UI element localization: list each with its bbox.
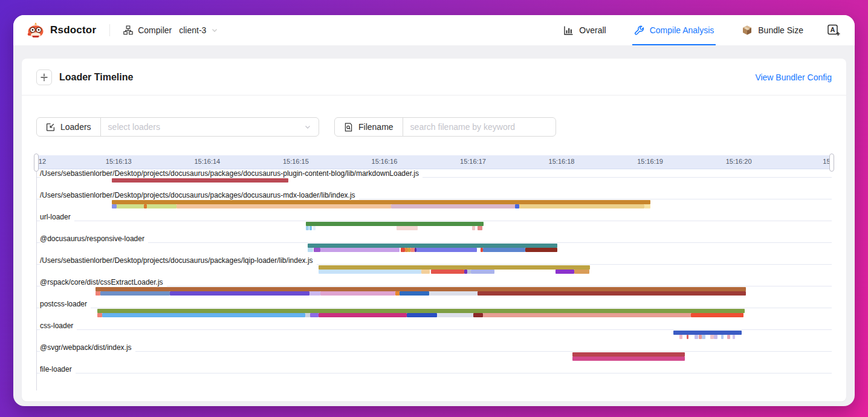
- bar-chart-icon: [563, 25, 574, 36]
- tab-compile-analysis[interactable]: Compile Analysis: [632, 15, 716, 45]
- tab-overall[interactable]: Overall: [562, 15, 607, 45]
- timeline-segment[interactable]: [572, 357, 685, 361]
- loaders-select[interactable]: [101, 118, 304, 136]
- timeline-segment[interactable]: [673, 331, 742, 335]
- timeline-segment[interactable]: [147, 204, 177, 208]
- timeline-segment[interactable]: [644, 204, 650, 208]
- timeline-rows: /Users/sebastienlorber/Desktop/projects/…: [36, 169, 832, 390]
- loaders-filter-label: Loaders: [37, 118, 101, 136]
- timeline-segment[interactable]: [305, 313, 311, 317]
- timeline-segment[interactable]: [309, 226, 312, 230]
- timeline-segment[interactable]: [310, 313, 318, 317]
- timeline-segment[interactable]: [144, 204, 146, 208]
- timeline-segment[interactable]: [319, 270, 421, 274]
- timeline-segment[interactable]: [308, 244, 557, 248]
- timeline-segment[interactable]: [416, 248, 477, 252]
- timeline-segment[interactable]: [429, 291, 478, 296]
- filename-input[interactable]: [403, 118, 555, 136]
- timeline-segment[interactable]: [472, 226, 474, 230]
- language-button[interactable]: A: [826, 22, 841, 38]
- timeline-segment[interactable]: [483, 248, 525, 252]
- timeline-lane: [37, 204, 832, 208]
- timeline-segment[interactable]: [471, 270, 495, 274]
- timeline-segment[interactable]: [733, 335, 735, 339]
- timeline-segment[interactable]: [572, 352, 685, 357]
- timeline-segment[interactable]: [405, 248, 407, 252]
- timeline-segment[interactable]: [727, 335, 730, 339]
- timeline-segment[interactable]: [525, 248, 557, 252]
- timeline-segment[interactable]: [306, 222, 484, 226]
- timeline-segment[interactable]: [395, 291, 400, 296]
- brush-handle-right[interactable]: [829, 154, 834, 172]
- timeline-segment[interactable]: [308, 248, 313, 252]
- compiler-value: client-3: [179, 25, 206, 35]
- timeline-segment[interactable]: [555, 270, 574, 274]
- timeline-segment[interactable]: [102, 313, 305, 317]
- timeline-segment[interactable]: [320, 248, 400, 252]
- loader-row-lanes: [37, 374, 832, 383]
- timeline-segment[interactable]: [407, 313, 437, 317]
- timeline-segment[interactable]: [96, 291, 101, 296]
- timeline-segment[interactable]: [320, 291, 395, 296]
- timeline-segment[interactable]: [437, 313, 473, 317]
- axis-tick-label: 15:16:17: [460, 158, 486, 165]
- timeline-segment[interactable]: [112, 200, 650, 204]
- timeline-segment[interactable]: [702, 335, 705, 339]
- timeline-segment[interactable]: [410, 248, 415, 252]
- timeline-segment[interactable]: [691, 313, 743, 317]
- timeline-segment[interactable]: [397, 226, 418, 230]
- timeline-segment[interactable]: [400, 291, 429, 296]
- timeline-segment[interactable]: [391, 204, 515, 208]
- timeline-segment[interactable]: [714, 335, 717, 339]
- timeline-segment[interactable]: [721, 335, 724, 339]
- loader-row-lanes: [37, 200, 832, 208]
- compiler-label: Compiler: [138, 25, 172, 35]
- loader-row-label: /Users/sebastienlorber/Desktop/projects/…: [40, 169, 423, 178]
- select-chevron-down-icon[interactable]: [304, 118, 319, 136]
- file-search-icon: [344, 123, 353, 132]
- timeline-segment[interactable]: [112, 204, 116, 208]
- compiler-selector[interactable]: Compiler client-3: [123, 25, 218, 35]
- timeline-lane: [37, 309, 832, 313]
- timeline-segment[interactable]: [574, 270, 589, 274]
- timeline-segment[interactable]: [319, 313, 407, 317]
- timeline-segment[interactable]: [306, 226, 308, 230]
- timeline-segment[interactable]: [695, 335, 698, 339]
- timeline-segment[interactable]: [473, 313, 483, 317]
- timeline-segment[interactable]: [309, 291, 320, 296]
- timeline-segment[interactable]: [687, 335, 688, 339]
- loader-row: file-loader: [37, 365, 832, 387]
- timeline-segment[interactable]: [100, 291, 169, 296]
- brand-name: Rsdoctor: [50, 24, 96, 36]
- tab-label: Bundle Size: [758, 25, 803, 35]
- timeline-segment[interactable]: [314, 248, 320, 252]
- timeline-segment[interactable]: [478, 226, 482, 230]
- loader-timeline-chart: :1215:16:1315:16:1415:16:1515:16:1615:16…: [36, 155, 832, 390]
- timeline-segment[interactable]: [401, 248, 405, 252]
- timeline-segment[interactable]: [96, 287, 746, 291]
- timeline-segment[interactable]: [467, 270, 471, 274]
- timeline-segment[interactable]: [97, 309, 745, 313]
- loader-row: @svgr/webpack/dist/index.js: [37, 343, 832, 365]
- brush-handle-left[interactable]: [34, 154, 39, 172]
- tab-bundle-size[interactable]: Bundle Size: [740, 15, 805, 45]
- loader-row-label: file-loader: [40, 365, 76, 373]
- timeline-segment[interactable]: [483, 313, 691, 317]
- timeline-segment[interactable]: [679, 335, 682, 339]
- timeline-collapse-button[interactable]: [36, 70, 52, 85]
- timeline-segment[interactable]: [112, 178, 288, 183]
- timeline-segment[interactable]: [97, 313, 103, 317]
- timeline-segment[interactable]: [431, 270, 465, 274]
- timeline-segment[interactable]: [319, 265, 591, 270]
- timeline-segment[interactable]: [170, 291, 309, 296]
- view-bundler-config-link[interactable]: View Bundler Config: [755, 73, 832, 82]
- timeline-segment[interactable]: [117, 204, 144, 208]
- timeline-segment[interactable]: [177, 204, 390, 208]
- timeline-segment[interactable]: [313, 226, 316, 230]
- axis-tick-label: 15:16:18: [549, 158, 575, 165]
- time-axis[interactable]: :1215:16:1315:16:1415:16:1515:16:1615:16…: [36, 155, 832, 169]
- timeline-segment[interactable]: [421, 270, 430, 274]
- timeline-segment[interactable]: [519, 204, 644, 208]
- timeline-segment[interactable]: [515, 204, 519, 208]
- timeline-segment[interactable]: [478, 291, 746, 296]
